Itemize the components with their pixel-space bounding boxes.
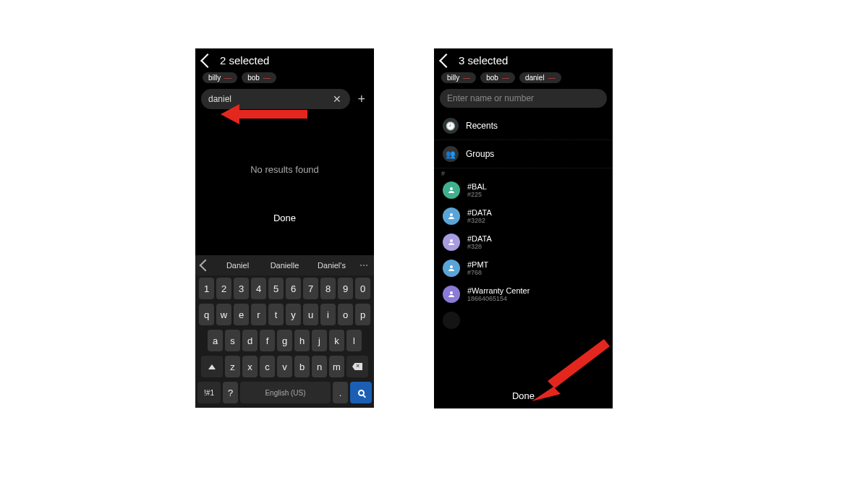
avatar [443,181,460,199]
chip-remove-icon[interactable]: — [224,74,231,82]
key-l[interactable]: l [346,330,362,351]
chip-bob[interactable]: bob— [480,72,515,83]
question-key[interactable]: ? [223,382,238,403]
key-3[interactable]: 3 [234,278,249,299]
suggestion-more-icon[interactable]: ⋯ [357,260,371,270]
chip-billy[interactable]: billy— [203,72,237,83]
key-r[interactable]: r [251,304,266,325]
section-groups[interactable]: 👥 Groups [434,140,613,168]
key-c[interactable]: c [260,356,275,377]
key-z[interactable]: z [225,356,240,377]
key-x[interactable]: x [242,356,258,377]
svg-point-2 [450,239,453,242]
symbols-key[interactable]: !#1 [197,382,221,403]
key-i[interactable]: i [320,304,336,325]
key-s[interactable]: s [225,330,240,351]
key-0[interactable]: 0 [355,278,370,299]
search-box[interactable]: ✕ [201,89,350,109]
header: 3 selected [434,48,613,69]
chip-bob[interactable]: bob— [242,72,276,83]
shift-icon [208,364,216,369]
chip-remove-icon[interactable]: — [502,74,509,82]
key-8[interactable]: 8 [320,278,336,299]
contact-subtitle: #768 [467,269,488,276]
chip-remove-icon[interactable]: — [263,74,271,82]
key-4[interactable]: 4 [251,278,266,299]
contact-row[interactable]: #PMT#768 [434,255,613,281]
clock-icon: 🕘 [443,118,459,134]
key-u[interactable]: u [303,304,318,325]
search-key[interactable] [350,382,372,403]
groups-icon: 👥 [443,146,459,162]
contact-row-faded[interactable] [434,307,613,333]
contact-name: #DATA [467,208,492,217]
chip-row: billy— bob— daniel— [434,69,613,89]
key-e[interactable]: e [234,304,249,325]
key-h[interactable]: h [294,330,310,351]
page-title: 2 selected [220,54,269,67]
suggestion[interactable]: Danielle [263,258,307,273]
contact-row[interactable]: #DATA#328 [434,229,613,255]
contact-subtitle: 18664065154 [467,295,529,302]
suggestion[interactable]: Daniel's [310,258,354,273]
contact-row[interactable]: #BAL#225 [434,177,613,203]
search-icon [358,390,365,396]
contact-name: #DATA [467,234,492,243]
key-v[interactable]: v [277,356,292,377]
key-a[interactable]: a [208,330,223,351]
key-j[interactable]: j [312,330,327,351]
key-f[interactable]: f [260,330,275,351]
contact-row[interactable]: #Warranty Center18664065154 [434,281,613,307]
key-d[interactable]: d [242,330,258,351]
key-q[interactable]: q [199,304,214,325]
section-recents[interactable]: 🕘 Recents [434,112,613,140]
period-key[interactable]: . [333,382,348,403]
suggestion-back-icon[interactable] [200,260,212,272]
back-icon[interactable] [439,53,454,68]
add-icon[interactable]: + [354,92,368,107]
key-7[interactable]: 7 [303,278,318,299]
key-9[interactable]: 9 [338,278,353,299]
search-box[interactable] [440,89,607,108]
key-m[interactable]: m [329,356,344,377]
key-g[interactable]: g [277,330,292,351]
contact-row[interactable]: #DATA#3282 [434,203,613,229]
search-input[interactable] [208,94,327,104]
space-key[interactable]: English (US) [240,382,331,403]
backspace-key[interactable] [346,356,368,377]
key-1[interactable]: 1 [199,278,214,299]
contact-subtitle: #3282 [467,217,492,224]
done-button[interactable]: Done [195,204,374,232]
phone-left: 2 selected billy— bob— ✕ + No results fo… [195,48,374,408]
chip-billy[interactable]: billy— [441,72,476,83]
suggestion[interactable]: Daniel [216,258,260,273]
contact-subtitle: #225 [467,191,487,198]
key-p[interactable]: p [355,304,370,325]
chip-remove-icon[interactable]: — [548,74,556,82]
backspace-icon [352,363,362,370]
contact-name: #PMT [467,260,488,269]
key-t[interactable]: t [268,304,284,325]
chip-remove-icon[interactable]: — [463,74,470,82]
key-w[interactable]: w [216,304,231,325]
chip-daniel[interactable]: daniel— [519,72,561,83]
key-o[interactable]: o [338,304,353,325]
key-y[interactable]: y [286,304,301,325]
chip-row: billy— bob— [195,69,374,89]
key-2[interactable]: 2 [216,278,231,299]
key-b[interactable]: b [294,356,310,377]
back-icon[interactable] [200,53,215,68]
done-button[interactable]: Done [434,383,613,408]
header: 2 selected [195,48,374,69]
suggestion-row: Daniel Danielle Daniel's ⋯ [195,255,374,275]
key-5[interactable]: 5 [268,278,284,299]
key-6[interactable]: 6 [286,278,301,299]
contact-name: #BAL [467,182,487,191]
key-n[interactable]: n [312,356,327,377]
key-k[interactable]: k [329,330,344,351]
clear-icon[interactable]: ✕ [331,93,343,105]
shift-key[interactable] [201,356,223,377]
svg-point-3 [450,265,453,268]
phone-right: 3 selected billy— bob— daniel— 🕘 Recents… [434,48,613,408]
search-input[interactable] [447,93,600,103]
